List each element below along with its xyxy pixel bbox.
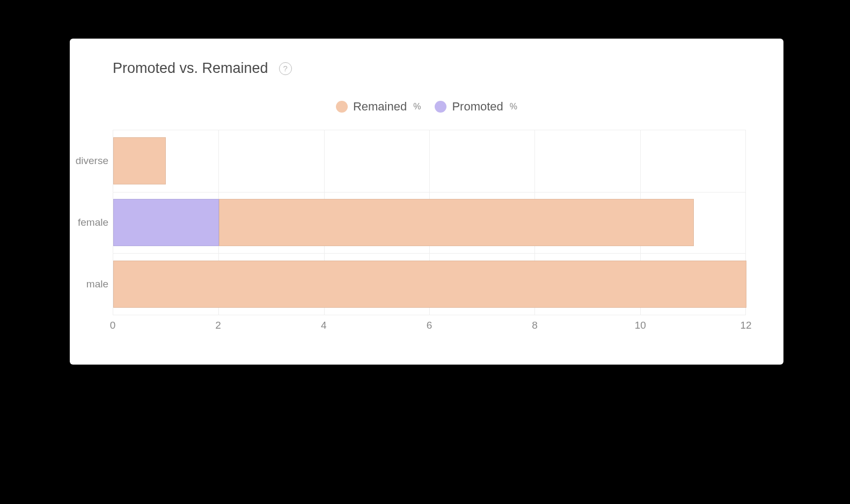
plot-area <box>113 130 746 315</box>
x-tick-label: 4 <box>321 320 327 331</box>
legend-label: Remained <box>353 100 407 114</box>
x-tick-label: 10 <box>635 320 646 331</box>
legend-suffix: % <box>510 102 517 112</box>
legend-swatch-remained <box>336 101 348 113</box>
legend-swatch-promoted <box>435 101 446 113</box>
chart-legend: Remained % Promoted % <box>70 100 783 114</box>
card-header: Promoted vs. Remained ? <box>113 60 292 77</box>
x-tick-label: 6 <box>427 320 433 331</box>
bar-seg-remained <box>219 199 694 246</box>
chart-card: Promoted vs. Remained ? Remained % Promo… <box>70 39 783 365</box>
y-tick-label: male <box>86 278 108 290</box>
legend-item-remained[interactable]: Remained % <box>336 100 421 114</box>
chart-area: diverse female male 0 2 4 6 8 10 12 <box>113 130 746 332</box>
card-title: Promoted vs. Remained <box>113 60 268 77</box>
row-divider <box>113 253 745 254</box>
x-tick-label: 0 <box>110 320 116 331</box>
legend-item-promoted[interactable]: Promoted % <box>435 100 517 114</box>
bar-seg-remained <box>113 137 166 184</box>
y-tick-label: female <box>78 217 108 228</box>
x-tick-label: 8 <box>532 320 538 331</box>
bar-seg-remained <box>113 261 746 308</box>
row-divider <box>113 192 745 192</box>
bar-male <box>113 261 746 308</box>
help-icon[interactable]: ? <box>279 62 292 75</box>
x-tick-label: 12 <box>740 320 751 331</box>
x-axis-labels: 0 2 4 6 8 10 12 <box>113 317 746 332</box>
bar-diverse <box>113 137 166 184</box>
legend-suffix: % <box>413 102 421 112</box>
bar-seg-promoted <box>113 199 219 246</box>
legend-label: Promoted <box>452 100 503 114</box>
x-tick-label: 2 <box>215 320 221 331</box>
y-axis-labels: diverse female male <box>70 130 113 332</box>
y-tick-label: diverse <box>76 155 108 167</box>
bar-female <box>113 199 694 246</box>
